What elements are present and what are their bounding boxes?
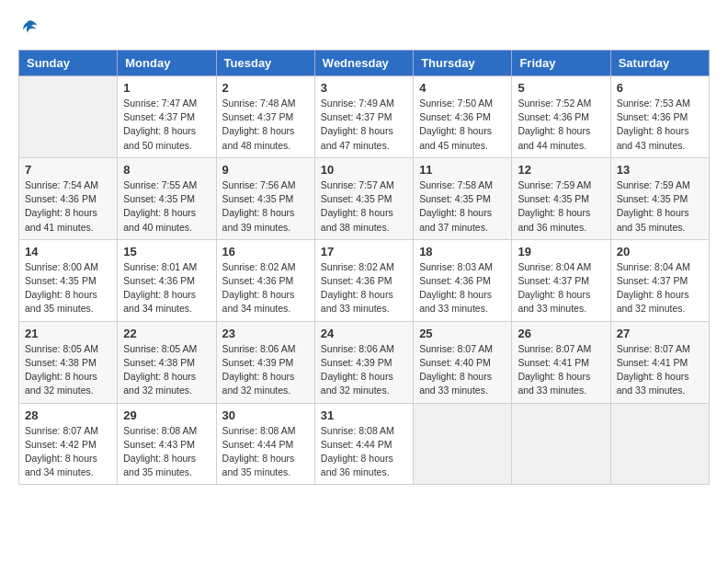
day-info: Sunrise: 7:49 AMSunset: 4:37 PMDaylight:… <box>321 97 407 153</box>
calendar-cell: 4Sunrise: 7:50 AMSunset: 4:36 PMDaylight… <box>414 76 512 158</box>
calendar-cell: 17Sunrise: 8:02 AMSunset: 4:36 PMDayligh… <box>314 239 413 321</box>
day-info: Sunrise: 8:05 AMSunset: 4:38 PMDaylight:… <box>123 342 210 398</box>
calendar-table: SundayMondayTuesdayWednesdayThursdayFrid… <box>18 50 710 485</box>
day-info: Sunrise: 7:54 AMSunset: 4:36 PMDaylight:… <box>25 178 111 235</box>
day-number: 26 <box>518 327 604 340</box>
day-number: 6 <box>617 81 703 95</box>
day-number: 21 <box>25 327 111 340</box>
day-info: Sunrise: 8:04 AMSunset: 4:37 PMDaylight:… <box>518 260 604 316</box>
calendar-week-row: 28Sunrise: 8:07 AMSunset: 4:42 PMDayligh… <box>19 403 710 485</box>
day-number: 13 <box>617 163 703 177</box>
day-info: Sunrise: 7:57 AMSunset: 4:35 PMDaylight:… <box>321 178 407 235</box>
calendar-cell: 3Sunrise: 7:49 AMSunset: 4:37 PMDaylight… <box>314 76 413 158</box>
calendar-cell: 1Sunrise: 7:47 AMSunset: 4:37 PMDaylight… <box>118 76 216 158</box>
calendar-week-row: 14Sunrise: 8:00 AMSunset: 4:35 PMDayligh… <box>19 239 710 321</box>
day-info: Sunrise: 7:50 AMSunset: 4:36 PMDaylight:… <box>419 97 506 153</box>
day-info: Sunrise: 8:06 AMSunset: 4:39 PMDaylight:… <box>321 342 407 398</box>
day-info: Sunrise: 7:48 AMSunset: 4:37 PMDaylight:… <box>222 97 309 153</box>
day-info: Sunrise: 8:07 AMSunset: 4:42 PMDaylight:… <box>25 424 111 480</box>
day-info: Sunrise: 7:59 AMSunset: 4:35 PMDaylight:… <box>617 178 703 235</box>
day-number: 16 <box>222 245 309 259</box>
calendar-cell: 7Sunrise: 7:54 AMSunset: 4:36 PMDaylight… <box>19 157 118 239</box>
calendar-cell: 22Sunrise: 8:05 AMSunset: 4:38 PMDayligh… <box>118 321 216 403</box>
day-of-week-header: Tuesday <box>216 51 314 76</box>
day-number: 18 <box>419 245 506 259</box>
calendar-cell: 29Sunrise: 8:08 AMSunset: 4:43 PMDayligh… <box>118 403 216 485</box>
calendar-cell <box>19 76 118 158</box>
day-number: 31 <box>321 408 407 422</box>
day-number: 2 <box>222 81 309 95</box>
day-info: Sunrise: 8:08 AMSunset: 4:44 PMDaylight:… <box>222 424 309 480</box>
calendar-cell <box>610 403 709 485</box>
day-number: 27 <box>617 327 703 340</box>
day-info: Sunrise: 7:53 AMSunset: 4:36 PMDaylight:… <box>617 97 703 153</box>
calendar-cell: 21Sunrise: 8:05 AMSunset: 4:38 PMDayligh… <box>19 321 118 403</box>
day-number: 4 <box>419 81 506 95</box>
day-info: Sunrise: 7:47 AMSunset: 4:37 PMDaylight:… <box>123 97 210 153</box>
calendar-cell: 26Sunrise: 8:07 AMSunset: 4:41 PMDayligh… <box>512 321 610 403</box>
day-number: 30 <box>222 408 309 422</box>
calendar-week-row: 7Sunrise: 7:54 AMSunset: 4:36 PMDaylight… <box>19 157 710 239</box>
calendar-week-row: 21Sunrise: 8:05 AMSunset: 4:38 PMDayligh… <box>19 321 710 403</box>
day-number: 29 <box>123 408 210 422</box>
day-number: 14 <box>25 245 111 259</box>
calendar-cell: 9Sunrise: 7:56 AMSunset: 4:35 PMDaylight… <box>216 157 314 239</box>
day-of-week-header: Sunday <box>19 51 118 76</box>
day-of-week-header: Thursday <box>414 51 512 76</box>
calendar-cell: 15Sunrise: 8:01 AMSunset: 4:36 PMDayligh… <box>118 239 216 321</box>
day-number: 12 <box>518 163 604 177</box>
calendar-cell: 28Sunrise: 8:07 AMSunset: 4:42 PMDayligh… <box>19 403 118 485</box>
calendar-cell: 23Sunrise: 8:06 AMSunset: 4:39 PMDayligh… <box>216 321 314 403</box>
day-info: Sunrise: 8:08 AMSunset: 4:43 PMDaylight:… <box>123 424 210 480</box>
day-info: Sunrise: 8:00 AMSunset: 4:35 PMDaylight:… <box>25 260 111 316</box>
calendar-cell: 2Sunrise: 7:48 AMSunset: 4:37 PMDaylight… <box>216 76 314 158</box>
calendar-cell: 6Sunrise: 7:53 AMSunset: 4:36 PMDaylight… <box>610 76 709 158</box>
calendar-cell: 11Sunrise: 7:58 AMSunset: 4:35 PMDayligh… <box>414 157 512 239</box>
calendar-cell <box>512 403 610 485</box>
day-number: 1 <box>123 81 210 95</box>
page-header <box>18 18 710 35</box>
day-number: 3 <box>321 81 407 95</box>
day-info: Sunrise: 7:52 AMSunset: 4:36 PMDaylight:… <box>518 97 604 153</box>
day-number: 25 <box>419 327 506 340</box>
day-info: Sunrise: 7:56 AMSunset: 4:35 PMDaylight:… <box>222 178 309 235</box>
calendar-cell: 16Sunrise: 8:02 AMSunset: 4:36 PMDayligh… <box>216 239 314 321</box>
day-info: Sunrise: 8:02 AMSunset: 4:36 PMDaylight:… <box>222 260 309 316</box>
calendar-cell: 13Sunrise: 7:59 AMSunset: 4:35 PMDayligh… <box>610 157 709 239</box>
day-info: Sunrise: 8:04 AMSunset: 4:37 PMDaylight:… <box>617 260 703 316</box>
day-number: 5 <box>518 81 604 95</box>
calendar-cell: 10Sunrise: 7:57 AMSunset: 4:35 PMDayligh… <box>314 157 413 239</box>
logo <box>18 18 40 35</box>
calendar-cell <box>414 403 512 485</box>
calendar-cell: 31Sunrise: 8:08 AMSunset: 4:44 PMDayligh… <box>314 403 413 485</box>
calendar-cell: 12Sunrise: 7:59 AMSunset: 4:35 PMDayligh… <box>512 157 610 239</box>
day-of-week-header: Saturday <box>610 51 709 76</box>
day-number: 9 <box>222 163 309 177</box>
calendar-cell: 30Sunrise: 8:08 AMSunset: 4:44 PMDayligh… <box>216 403 314 485</box>
calendar-week-row: 1Sunrise: 7:47 AMSunset: 4:37 PMDaylight… <box>19 76 710 158</box>
day-number: 15 <box>123 245 210 259</box>
day-number: 23 <box>222 327 309 340</box>
day-info: Sunrise: 7:59 AMSunset: 4:35 PMDaylight:… <box>518 178 604 235</box>
day-number: 20 <box>617 245 703 259</box>
calendar-cell: 18Sunrise: 8:03 AMSunset: 4:36 PMDayligh… <box>414 239 512 321</box>
day-of-week-header: Wednesday <box>314 51 413 76</box>
day-info: Sunrise: 8:01 AMSunset: 4:36 PMDaylight:… <box>123 260 210 316</box>
day-number: 17 <box>321 245 407 259</box>
day-number: 8 <box>123 163 210 177</box>
day-info: Sunrise: 8:07 AMSunset: 4:41 PMDaylight:… <box>518 342 604 398</box>
day-info: Sunrise: 8:03 AMSunset: 4:36 PMDaylight:… <box>419 260 506 316</box>
day-number: 22 <box>123 327 210 340</box>
calendar-cell: 8Sunrise: 7:55 AMSunset: 4:35 PMDaylight… <box>118 157 216 239</box>
day-of-week-header: Friday <box>512 51 610 76</box>
calendar-cell: 20Sunrise: 8:04 AMSunset: 4:37 PMDayligh… <box>610 239 709 321</box>
day-number: 10 <box>321 163 407 177</box>
calendar-cell: 25Sunrise: 8:07 AMSunset: 4:40 PMDayligh… <box>414 321 512 403</box>
day-info: Sunrise: 8:02 AMSunset: 4:36 PMDaylight:… <box>321 260 407 316</box>
calendar-cell: 14Sunrise: 8:00 AMSunset: 4:35 PMDayligh… <box>19 239 118 321</box>
calendar-cell: 24Sunrise: 8:06 AMSunset: 4:39 PMDayligh… <box>314 321 413 403</box>
calendar-cell: 27Sunrise: 8:07 AMSunset: 4:41 PMDayligh… <box>610 321 709 403</box>
calendar-cell: 19Sunrise: 8:04 AMSunset: 4:37 PMDayligh… <box>512 239 610 321</box>
day-info: Sunrise: 7:55 AMSunset: 4:35 PMDaylight:… <box>123 178 210 235</box>
day-info: Sunrise: 7:58 AMSunset: 4:35 PMDaylight:… <box>419 178 506 235</box>
